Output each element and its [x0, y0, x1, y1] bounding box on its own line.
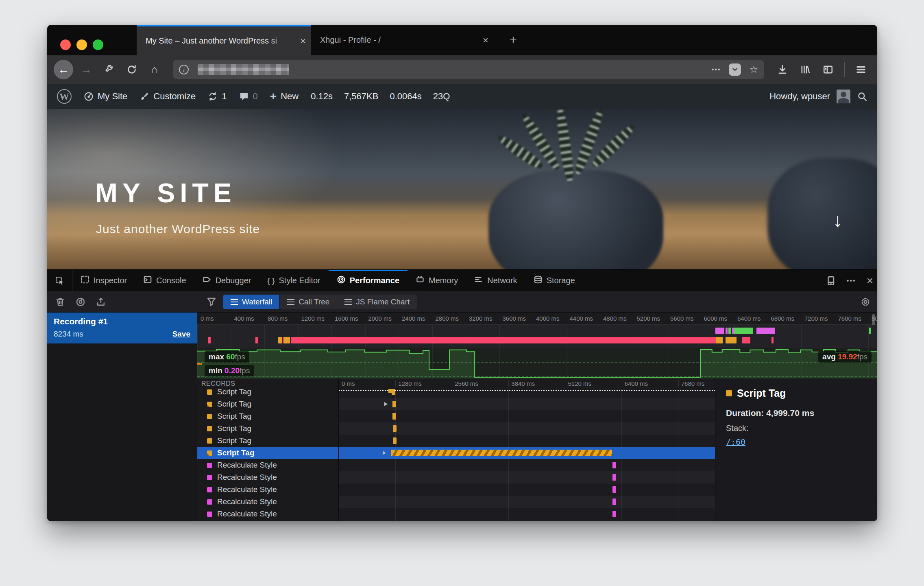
- avatar[interactable]: [837, 90, 850, 103]
- record-row-label[interactable]: Recalculate Style: [197, 471, 338, 483]
- record-row-track[interactable]: [339, 471, 715, 483]
- developer-tools-button[interactable]: [99, 60, 119, 79]
- tab-xhgui[interactable]: Xhgui - Profile - / ×: [311, 25, 494, 55]
- fps-graph[interactable]: max 60fps min 0.20fps avg 19.92fps: [197, 348, 877, 378]
- record-row-label[interactable]: Script Tag: [197, 435, 338, 447]
- expand-arrow-icon[interactable]: [384, 402, 388, 406]
- waterfall-chart: 0 ms1280 ms2560 ms3840 ms5120 ms6400 ms7…: [338, 378, 715, 521]
- record-label-text: Script Tag: [217, 400, 251, 409]
- devtools-tab-memory[interactable]: Memory: [408, 270, 466, 291]
- wp-customize-menu[interactable]: Customize: [139, 91, 196, 102]
- save-recording-link[interactable]: Save: [172, 330, 190, 339]
- script-marker-icon: [207, 402, 212, 407]
- filter-icon[interactable]: [206, 297, 217, 307]
- back-button[interactable]: ←: [54, 60, 73, 79]
- close-window-button[interactable]: [60, 39, 71, 50]
- home-button[interactable]: ⌂: [145, 60, 164, 79]
- record-row-label[interactable]: Recalculate Style: [197, 459, 338, 471]
- wp-comments-menu[interactable]: 0: [239, 91, 258, 102]
- record-row-label[interactable]: Recalculate Style: [197, 508, 338, 520]
- downloads-button[interactable]: [773, 60, 792, 79]
- view-tab-call-tree[interactable]: Call Tree: [280, 295, 337, 309]
- reload-button[interactable]: [122, 60, 142, 79]
- close-tab-icon[interactable]: ×: [295, 35, 311, 47]
- record-bar[interactable]: [393, 437, 397, 444]
- devtools-tab-inspector[interactable]: Inspector: [72, 270, 135, 291]
- devtools-menu-icon[interactable]: •••: [847, 277, 856, 284]
- import-recording-icon[interactable]: [96, 297, 106, 307]
- devtools-tab-storage[interactable]: Storage: [525, 270, 583, 291]
- stack-frame-link[interactable]: /:60: [726, 437, 867, 447]
- record-performance-icon[interactable]: [76, 297, 85, 307]
- recording-item[interactable]: Recording #1 8234 ms Save: [47, 313, 197, 343]
- record-row-track[interactable]: [339, 459, 715, 471]
- record-row-track[interactable]: [339, 483, 715, 496]
- record-bar[interactable]: [612, 474, 616, 481]
- record-row-label[interactable]: Script Tag: [197, 422, 338, 435]
- new-tab-button[interactable]: +: [504, 32, 522, 48]
- record-row-label[interactable]: Script Tag: [197, 389, 338, 398]
- settings-gear-icon[interactable]: [860, 297, 871, 307]
- record-label-text: Recalculate Style: [217, 497, 277, 506]
- wp-new-menu[interactable]: + New: [270, 90, 299, 103]
- responsive-design-icon[interactable]: [826, 276, 836, 286]
- overview-segment: [869, 328, 871, 334]
- record-bar[interactable]: [612, 499, 616, 505]
- view-tab-js-flame-chart[interactable]: JS Flame Chart: [337, 295, 417, 309]
- zoom-window-button[interactable]: [93, 39, 103, 50]
- record-bar[interactable]: [393, 425, 397, 432]
- record-row-label[interactable]: Script Tag: [197, 410, 338, 422]
- record-row-track[interactable]: [339, 508, 715, 520]
- ruler-tick: 6000 ms: [704, 315, 728, 322]
- record-row-label[interactable]: Recalculate Style: [197, 483, 338, 496]
- tab-my-site[interactable]: My Site – Just another WordPress si ×: [137, 25, 311, 55]
- devtools-tab-debugger[interactable]: Debugger: [194, 270, 259, 291]
- overview-track[interactable]: [197, 325, 877, 348]
- record-bar[interactable]: [612, 511, 616, 517]
- url-text-redacted: [198, 64, 289, 75]
- record-row-track[interactable]: [339, 422, 715, 435]
- record-row-track[interactable]: [339, 496, 715, 508]
- url-bar[interactable]: i ••• ☆: [173, 60, 764, 79]
- record-bar[interactable]: [612, 486, 616, 493]
- record-row-track[interactable]: [339, 435, 715, 447]
- menu-button[interactable]: [851, 60, 871, 79]
- record-bar[interactable]: [612, 462, 616, 468]
- devtools-tab-console[interactable]: Console: [135, 270, 194, 291]
- devtools-tab-style-editor[interactable]: { }Style Editor: [259, 270, 329, 291]
- overview-segment: [208, 337, 211, 343]
- bookmark-star-icon[interactable]: ☆: [749, 64, 758, 75]
- record-bar[interactable]: [391, 450, 612, 456]
- devtools-tab-performance[interactable]: Performance: [329, 270, 408, 291]
- page-actions-icon[interactable]: •••: [712, 66, 721, 73]
- clear-recordings-icon[interactable]: [55, 297, 65, 307]
- record-row-track[interactable]: [339, 410, 715, 422]
- record-row-track[interactable]: [339, 447, 715, 459]
- sidebars-button[interactable]: [818, 60, 838, 79]
- close-tab-icon[interactable]: ×: [477, 35, 494, 46]
- record-row-label[interactable]: Script Tag: [197, 398, 338, 410]
- pocket-icon[interactable]: [729, 63, 741, 76]
- selection-dotted-line[interactable]: [339, 390, 715, 391]
- expand-arrow-icon[interactable]: [383, 451, 386, 455]
- library-button[interactable]: [795, 60, 815, 79]
- devtools-tab-network[interactable]: Network: [466, 270, 525, 291]
- record-row-label[interactable]: Recalculate Style: [197, 496, 338, 508]
- wp-my-site-menu[interactable]: My Site: [84, 91, 127, 102]
- wp-howdy-menu[interactable]: Howdy, wpuser: [769, 91, 830, 102]
- minimize-window-button[interactable]: [76, 39, 87, 50]
- scroll-down-arrow-icon[interactable]: ↓: [833, 209, 842, 231]
- range-marker[interactable]: [388, 389, 393, 393]
- wp-logo-menu[interactable]: W: [57, 89, 72, 104]
- record-row-label[interactable]: Script Tag: [197, 447, 338, 459]
- record-bar[interactable]: [392, 413, 396, 420]
- devtools-close-icon[interactable]: ×: [867, 274, 873, 287]
- record-bar[interactable]: [392, 401, 396, 407]
- forward-button[interactable]: →: [76, 60, 96, 79]
- view-tab-waterfall[interactable]: Waterfall: [223, 295, 280, 309]
- site-info-icon[interactable]: i: [179, 65, 189, 74]
- pick-element-button[interactable]: [47, 270, 72, 291]
- record-row-track[interactable]: [339, 398, 715, 410]
- wp-updates-menu[interactable]: 1: [208, 91, 227, 102]
- search-icon[interactable]: [857, 91, 867, 102]
